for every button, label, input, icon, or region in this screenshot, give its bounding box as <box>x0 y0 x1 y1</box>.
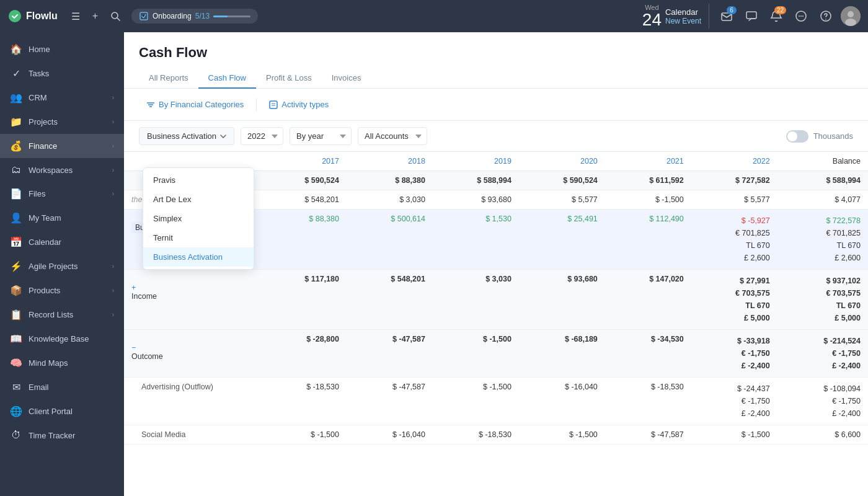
activity-icon <box>269 100 278 109</box>
tab-invoices[interactable]: Invoices <box>322 68 371 89</box>
sidebar-item-calendar[interactable]: 📅 Calendar <box>0 230 124 254</box>
company-option-artdelex[interactable]: Art De Lex <box>143 190 254 209</box>
company-option-pravis[interactable]: Pravis <box>143 170 254 190</box>
svg-point-8 <box>800 16 802 17</box>
cell-business-2017: $ 88,380 <box>260 210 347 270</box>
cell-totals-2018: $ 88,380 <box>347 171 433 190</box>
workspaces-icon: 🗂 <box>10 164 22 175</box>
svg-point-14 <box>845 19 856 26</box>
sidebar-item-crm[interactable]: 👥 CRM › <box>0 86 124 110</box>
menu-toggle-button[interactable]: ☰ <box>68 7 84 26</box>
search-button[interactable] <box>107 7 124 25</box>
logo[interactable]: Flowlu <box>7 9 58 24</box>
cell-advertising-2017: $ -18,530 <box>260 378 347 425</box>
table-row-social-media: Social Media $ -1,500 $ -16,040 $ -18,53… <box>124 425 868 445</box>
sidebar-label-products: Products <box>29 286 106 295</box>
cell-income-2019: $ 3,030 <box>433 270 519 330</box>
sidebar-label-home: Home <box>29 45 114 54</box>
onboarding-label: Onboarding <box>153 12 192 20</box>
col-header-2020[interactable]: 2020 <box>519 152 605 171</box>
add-button[interactable]: + <box>89 7 102 25</box>
cell-accounting-2018: $ 3,030 <box>347 190 433 210</box>
help-icon <box>820 10 832 22</box>
sidebar-item-projects[interactable]: 📁 Projects › <box>0 110 124 134</box>
sidebar-label-tasks: Tasks <box>29 69 114 78</box>
comments-button[interactable] <box>742 6 761 26</box>
onboarding-progress-bar <box>213 16 250 17</box>
filter-activity-label: Activity types <box>281 100 329 109</box>
thousands-switch[interactable] <box>786 130 808 143</box>
sidebar-label-files: Files <box>29 189 106 198</box>
sidebar-item-myteam[interactable]: 👤 My Team <box>0 206 124 230</box>
sidebar-item-knowledge[interactable]: 📖 Knowledge Base <box>0 327 124 351</box>
sidebar-item-mindmaps[interactable]: 🧠 Mind Maps <box>0 351 124 375</box>
knowledge-icon: 📖 <box>10 333 22 345</box>
cell-outcome-2018: $ -47,587 <box>347 330 433 378</box>
sidebar-item-products[interactable]: 📦 Products › <box>0 278 124 303</box>
tab-cash-flow[interactable]: Cash Flow <box>198 68 256 89</box>
col-header-2021[interactable]: 2021 <box>605 152 691 171</box>
filter-financial-label: By Financial Categories <box>159 100 244 109</box>
sidebar-label-crm: CRM <box>29 93 106 102</box>
tab-all-reports[interactable]: All Reports <box>139 68 198 89</box>
layout: 🏠 Home ✓ Tasks 👥 CRM › 📁 Projects › 💰 Fi… <box>0 32 868 496</box>
col-header-2019[interactable]: 2019 <box>433 152 519 171</box>
cell-advertising-2022: $ -24,437€ -1,750£ -2,400 <box>691 378 777 425</box>
sidebar-item-email[interactable]: ✉ Email <box>0 375 124 399</box>
company-option-simplex[interactable]: Simplex <box>143 209 254 228</box>
topnav: Flowlu ☰ + Onboarding 5/13 Wed 24 Calend… <box>0 0 868 32</box>
help-button[interactable] <box>816 6 836 26</box>
agile-icon: ⚡ <box>10 260 22 272</box>
new-event-link[interactable]: New Event <box>665 17 701 25</box>
cell-totals-2021: $ 611,592 <box>605 171 691 190</box>
sidebar-item-finance[interactable]: 💰 Finance › <box>0 134 124 158</box>
tab-profit-loss[interactable]: Profit & Loss <box>256 68 322 89</box>
svg-line-2 <box>117 18 120 20</box>
mindmaps-icon: 🧠 <box>10 357 22 369</box>
cell-outcome-balance: $ -214,524€ -1,750£ -2,400 <box>777 330 868 378</box>
sidebar-item-tasks[interactable]: ✓ Tasks <box>0 61 124 86</box>
svg-point-13 <box>848 11 854 17</box>
filter-financial-btn[interactable]: By Financial Categories <box>139 96 251 113</box>
cell-income-label[interactable]: + Income <box>124 270 260 330</box>
cell-outcome-2020: $ -68,189 <box>519 330 605 378</box>
company-option-ternit[interactable]: Ternit <box>143 228 254 247</box>
cell-social-2017: $ -1,500 <box>260 425 347 445</box>
outcome-label: Outcome <box>131 352 163 361</box>
user-avatar[interactable] <box>841 6 861 26</box>
notifications-button[interactable]: 22 <box>766 6 786 26</box>
cell-income-2022: $ 27,991€ 703,575TL 670£ 5,000 <box>691 270 777 330</box>
thousands-toggle: Thousands <box>786 130 853 143</box>
filter-activity-btn[interactable]: Activity types <box>262 96 336 113</box>
year-select[interactable]: 2022 2021 2020 2019 2018 2017 <box>241 127 283 145</box>
notif-badge: 22 <box>774 6 786 14</box>
cell-totals-2020: $ 590,524 <box>519 171 605 190</box>
mail-button[interactable]: 6 <box>717 6 737 26</box>
business-filter-button[interactable]: Business Activation <box>139 127 234 145</box>
chat-button[interactable] <box>791 6 811 26</box>
sidebar-item-clientportal[interactable]: 🌐 Client Portal <box>0 399 124 423</box>
cell-outcome-label[interactable]: − Outcome <box>124 330 260 378</box>
cell-business-2022: $ -5,927€ 701,825TL 670£ 2,600 <box>691 210 777 270</box>
sidebar-item-agile[interactable]: ⚡ Agile Projects › <box>0 254 124 278</box>
col-header-2018[interactable]: 2018 <box>347 152 433 171</box>
company-option-business-activation[interactable]: Business Activation <box>143 247 254 267</box>
cell-outcome-2022: $ -33,918€ -1,750£ -2,400 <box>691 330 777 378</box>
svg-rect-18 <box>270 101 277 108</box>
sidebar-item-home[interactable]: 🏠 Home <box>0 37 124 61</box>
onboarding-pill[interactable]: Onboarding 5/13 <box>131 9 258 24</box>
col-header-2022[interactable]: 2022 <box>691 152 777 171</box>
col-header-2017[interactable]: 2017 <box>260 152 347 171</box>
sidebar-item-files[interactable]: 📄 Files › <box>0 182 124 206</box>
income-label: Income <box>131 292 157 301</box>
sidebar-item-recordlists[interactable]: 📋 Record Lists › <box>0 303 124 327</box>
mail-badge: 6 <box>727 6 737 14</box>
cell-advertising-label: Advertising (Outflow) <box>124 378 260 425</box>
sidebar-item-workspaces[interactable]: 🗂 Workspaces › <box>0 158 124 182</box>
account-select[interactable]: All Accounts Pravis Art De Lex Simplex T… <box>358 127 427 145</box>
period-select[interactable]: By year By month By quarter <box>290 127 352 145</box>
sidebar-item-timetracker[interactable]: ⏱ Time Tracker <box>0 423 124 447</box>
cell-social-balance: $ 6,600 <box>777 425 868 445</box>
finance-arrow: › <box>112 143 114 149</box>
calendar-block: Wed 24 Calendar New Event <box>642 4 709 29</box>
